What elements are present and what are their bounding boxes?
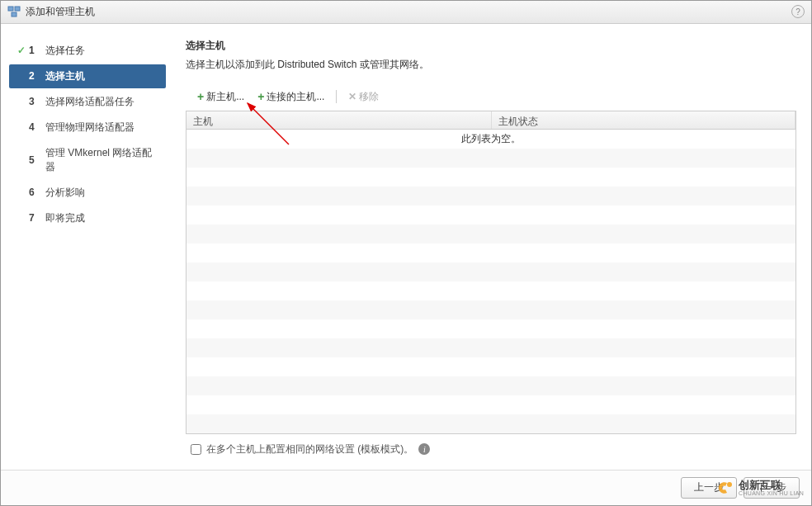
table-row [186, 149, 795, 168]
table-row [186, 244, 795, 262]
plus-icon: + [197, 90, 204, 103]
step-4[interactable]: 4 管理物理网络适配器 [9, 116, 166, 140]
check-icon: ✓ [16, 45, 27, 56]
main-panel: 选择主机 选择主机以添加到此 Distributed Switch 或管理其网络… [174, 24, 811, 470]
template-mode-checkbox[interactable] [191, 444, 201, 455]
check-placeholder [16, 212, 27, 224]
check-placeholder [16, 96, 27, 107]
table-row [186, 187, 795, 206]
table-body: 此列表为空。 [186, 130, 795, 433]
table-row [186, 206, 795, 225]
check-placeholder [16, 187, 27, 198]
svg-rect-0 [8, 7, 13, 11]
svg-rect-2 [12, 12, 17, 17]
toolbar: + 新主机... + 连接的主机... ✕ 移除 [186, 83, 796, 111]
remove-button: ✕ 移除 [345, 88, 382, 106]
table-row [186, 338, 795, 357]
template-mode-label: 在多个主机上配置相同的网络设置 (模板模式)。 [206, 442, 413, 456]
page-description: 选择主机以添加到此 Distributed Switch 或管理其网络。 [186, 58, 796, 72]
template-mode-row: 在多个主机上配置相同的网络设置 (模板模式)。 i [186, 434, 796, 461]
check-placeholder [16, 70, 27, 82]
empty-message: 此列表为空。 [186, 130, 795, 149]
main-header: 选择主机 选择主机以添加到此 Distributed Switch 或管理其网络… [186, 39, 796, 72]
dialog-window: 添加和管理主机 ? ✓ 1 选择任务 2 选择主机 3 选择网络适配器任务 4 [0, 0, 812, 506]
dialog-footer: 上一步 下一步 [1, 470, 811, 505]
next-button[interactable]: 下一步 [744, 477, 800, 499]
step-2[interactable]: 2 选择主机 [9, 64, 166, 88]
help-icon[interactable]: ? [791, 5, 805, 18]
table-header: 主机 主机状态 [186, 111, 795, 130]
table-row [186, 395, 795, 414]
title-bar: 添加和管理主机 ? [1, 1, 811, 24]
step-6[interactable]: 6 分析影响 [9, 181, 166, 205]
step-5[interactable]: 5 管理 VMkernel 网络适配器 [9, 141, 166, 179]
col-status[interactable]: 主机状态 [492, 111, 795, 129]
table-row [186, 300, 795, 319]
step-3[interactable]: 3 选择网络适配器任务 [9, 90, 166, 114]
svg-rect-1 [15, 7, 20, 11]
check-placeholder [16, 121, 27, 133]
check-placeholder [16, 154, 27, 166]
app-icon [7, 5, 21, 18]
col-host[interactable]: 主机 [186, 111, 492, 129]
wizard-sidebar: ✓ 1 选择任务 2 选择主机 3 选择网络适配器任务 4 管理物理网络适配器 [1, 24, 174, 470]
table-row [186, 357, 795, 376]
table-row [186, 281, 795, 300]
table-row [186, 225, 795, 244]
table-row [186, 319, 795, 338]
info-icon[interactable]: i [418, 443, 430, 455]
connected-host-button[interactable]: + 连接的主机... [254, 88, 328, 106]
host-table: 主机 主机状态 此列表为空。 [186, 111, 796, 434]
x-icon: ✕ [348, 91, 356, 102]
table-row [186, 376, 795, 395]
page-title: 选择主机 [186, 39, 796, 53]
toolbar-separator [336, 90, 337, 103]
plus-icon: + [257, 90, 264, 103]
step-7[interactable]: 7 即将完成 [9, 206, 166, 230]
table-row [186, 168, 795, 187]
prev-button[interactable]: 上一步 [681, 477, 737, 499]
new-host-button[interactable]: + 新主机... [194, 88, 248, 106]
step-1[interactable]: ✓ 1 选择任务 [9, 39, 166, 63]
table-row [186, 262, 795, 281]
dialog-title: 添加和管理主机 [26, 5, 95, 19]
table-row [186, 414, 795, 433]
content-area: ✓ 1 选择任务 2 选择主机 3 选择网络适配器任务 4 管理物理网络适配器 [1, 24, 811, 470]
